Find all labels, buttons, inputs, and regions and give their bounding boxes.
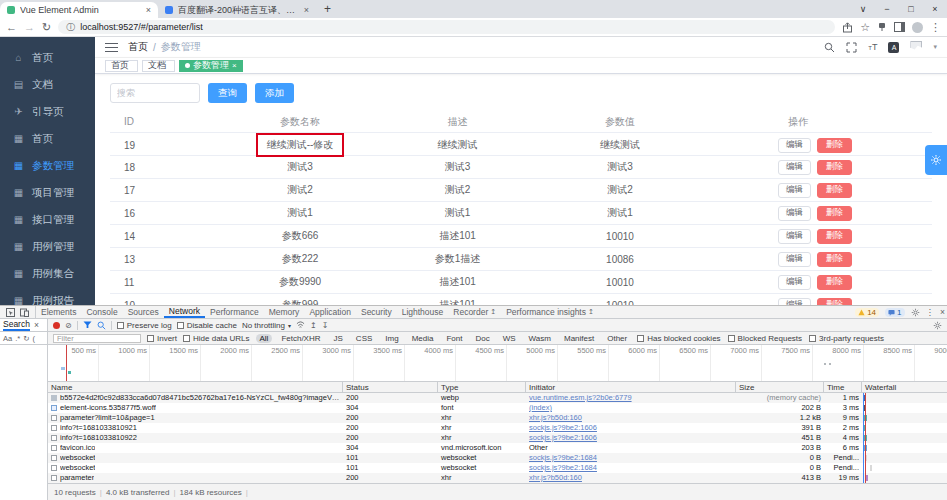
delete-button[interactable]: 删除 bbox=[817, 138, 852, 153]
sidebar-item[interactable]: ▦ 项目管理 bbox=[0, 179, 95, 206]
network-request-row[interactable]: b5572e4d2f0c92d833cca6d07d8471bc526762ba… bbox=[48, 393, 947, 403]
nt-col-type[interactable]: Type bbox=[438, 382, 526, 393]
devtools-tab[interactable]: Console bbox=[81, 306, 122, 318]
network-request-row[interactable]: websocket 101 websocket sockjs.js?9be2:1… bbox=[48, 463, 947, 473]
devtools-tab[interactable]: Performance insights ↥ bbox=[501, 306, 599, 318]
edit-button[interactable]: 编辑 bbox=[778, 229, 811, 244]
avatar-caret-icon[interactable]: ▾ bbox=[933, 43, 937, 51]
search-control-icon[interactable]: ( bbox=[33, 334, 36, 343]
url-field[interactable]: ⓘ localhost:9527/#/parameter/list bbox=[58, 20, 835, 34]
delete-button[interactable]: 删除 bbox=[817, 229, 852, 244]
settings-panel-button[interactable] bbox=[925, 145, 947, 175]
avatar-broken-image[interactable] bbox=[910, 41, 922, 54]
edit-button[interactable]: 编辑 bbox=[778, 160, 811, 175]
devtools-tab[interactable]: Memory bbox=[264, 306, 305, 318]
network-request-row[interactable]: websocket 101 websocket sockjs.js?9be2:1… bbox=[48, 453, 947, 463]
devtools-tab[interactable]: Network bbox=[164, 306, 205, 318]
forward-icon[interactable]: → bbox=[24, 21, 35, 33]
delete-button[interactable]: 删除 bbox=[817, 206, 852, 221]
edit-button[interactable]: 编辑 bbox=[778, 138, 811, 153]
devtools-tab[interactable]: Recorder ↥ bbox=[448, 306, 501, 318]
network-request-row[interactable]: parameter?limit=10&page=1 200 xhr xhr.js… bbox=[48, 413, 947, 423]
messages-badge[interactable]: 1 bbox=[885, 308, 904, 317]
window-dropdown-icon[interactable]: ∨ bbox=[851, 0, 875, 18]
request-type-filter[interactable]: Doc bbox=[471, 334, 493, 343]
devtools-menu-icon[interactable]: ⋮ bbox=[926, 307, 935, 317]
filter-checkbox[interactable]: Blocked Requests bbox=[728, 334, 802, 343]
nt-col-status[interactable]: Status bbox=[343, 382, 438, 393]
delete-button[interactable]: 删除 bbox=[817, 160, 852, 175]
request-initiator[interactable]: sockjs.js?9be2:1606 bbox=[526, 433, 736, 443]
request-initiator[interactable]: sockjs.js?9be2:1684 bbox=[526, 453, 736, 463]
disable-cache-checkbox[interactable]: Disable cache bbox=[177, 321, 237, 330]
nt-col-size[interactable]: Size bbox=[736, 382, 824, 393]
request-initiator[interactable]: Other bbox=[526, 443, 736, 453]
sidebar-item[interactable]: ▦ 首页 bbox=[0, 125, 95, 152]
header-search-icon[interactable] bbox=[824, 42, 835, 53]
import-har-icon[interactable]: ↥ bbox=[310, 321, 317, 330]
invert-checkbox[interactable]: Invert bbox=[147, 334, 177, 343]
sidebar-item[interactable]: ▦ 接口管理 bbox=[0, 206, 95, 233]
request-initiator[interactable]: xhr.js?b50d:160 bbox=[526, 473, 736, 483]
request-type-filter[interactable]: All bbox=[256, 334, 273, 343]
request-initiator[interactable]: xhr.js?b50d:160 bbox=[526, 413, 736, 423]
search-input[interactable] bbox=[110, 83, 200, 103]
export-har-icon[interactable]: ↧ bbox=[322, 321, 329, 330]
request-type-filter[interactable]: WS bbox=[499, 334, 520, 343]
tag-item[interactable]: 文档 bbox=[142, 60, 175, 72]
hide-data-urls-checkbox[interactable]: Hide data URLs bbox=[183, 334, 249, 343]
new-tab-button[interactable]: + bbox=[324, 2, 331, 16]
tab-close-icon[interactable]: × bbox=[304, 5, 309, 15]
record-icon[interactable] bbox=[53, 322, 60, 329]
breadcrumb-home[interactable]: 首页 bbox=[128, 40, 148, 54]
filter-checkbox[interactable]: Has blocked cookies bbox=[637, 334, 720, 343]
edit-button[interactable]: 编辑 bbox=[778, 252, 811, 267]
delete-button[interactable]: 删除 bbox=[817, 275, 852, 290]
request-initiator[interactable]: vue.runtime.esm.js?2b0e:6779 bbox=[526, 393, 736, 403]
devtools-tab[interactable]: Elements bbox=[36, 306, 81, 318]
delete-button[interactable]: 删除 bbox=[817, 183, 852, 198]
window-close-icon[interactable]: × bbox=[923, 0, 947, 18]
tab-close-icon[interactable]: × bbox=[146, 5, 151, 15]
devtools-tab[interactable]: Lighthouse bbox=[397, 306, 449, 318]
filter-funnel-icon[interactable] bbox=[83, 321, 92, 329]
sidebar-item[interactable]: ▦ 用例集合 bbox=[0, 260, 95, 287]
browser-menu-icon[interactable]: ⋮ bbox=[930, 21, 941, 34]
sidebar-item[interactable]: ▤ 文档 bbox=[0, 71, 95, 98]
delete-button[interactable]: 删除 bbox=[817, 298, 852, 306]
window-maximize-icon[interactable]: □ bbox=[899, 0, 923, 18]
device-toolbar-icon[interactable] bbox=[20, 308, 29, 317]
query-button[interactable]: 查询 bbox=[208, 83, 247, 103]
network-filter-input[interactable] bbox=[53, 334, 141, 343]
request-type-filter[interactable]: JS bbox=[330, 334, 347, 343]
throttling-dropdown[interactable]: No throttling▾ bbox=[242, 321, 291, 330]
hamburger-icon[interactable] bbox=[105, 43, 118, 52]
request-type-filter[interactable]: Fetch/XHR bbox=[277, 334, 324, 343]
devtools-tab[interactable]: Security bbox=[356, 306, 397, 318]
devtools-tab[interactable]: Application bbox=[304, 306, 356, 318]
sidebar-item[interactable]: ✈ 引导页 bbox=[0, 98, 95, 125]
devtools-tab[interactable]: Sources bbox=[123, 306, 164, 318]
sidebar-item[interactable]: ▦ 参数管理 bbox=[0, 152, 95, 179]
browser-tab[interactable]: 百度翻译-200种语言互译、沟通... × bbox=[158, 2, 316, 18]
request-type-filter[interactable]: Font bbox=[442, 334, 466, 343]
network-overview-timeline[interactable]: 500 ms1000 ms1500 ms2000 ms2500 ms3000 m… bbox=[48, 345, 947, 382]
network-request-row[interactable]: favicon.ico 304 vnd.microsoft.icon Other… bbox=[48, 443, 947, 453]
clear-icon[interactable]: ⊘ bbox=[65, 321, 72, 330]
bookmark-star-icon[interactable]: ☆ bbox=[860, 21, 870, 34]
search-drawer-tab[interactable]: Search bbox=[3, 319, 30, 331]
request-type-filter[interactable]: Other bbox=[603, 334, 631, 343]
edit-button[interactable]: 编辑 bbox=[778, 206, 811, 221]
request-initiator[interactable]: (index) bbox=[526, 403, 736, 413]
edit-button[interactable]: 编辑 bbox=[778, 298, 811, 306]
add-button[interactable]: 添加 bbox=[255, 83, 294, 103]
site-info-icon[interactable]: ⓘ bbox=[66, 21, 75, 34]
edit-button[interactable]: 编辑 bbox=[778, 275, 811, 290]
devtools-settings-icon[interactable] bbox=[911, 308, 920, 317]
delete-button[interactable]: 删除 bbox=[817, 252, 852, 267]
filter-checkbox[interactable]: 3rd-party requests bbox=[809, 334, 884, 343]
text-size-icon[interactable]: TT bbox=[868, 42, 877, 52]
network-request-row[interactable]: parameter 200 xhr xhr.js?b50d:160 413 B … bbox=[48, 473, 947, 483]
request-initiator[interactable]: sockjs.js?9be2:1606 bbox=[526, 423, 736, 433]
warnings-badge[interactable]: 14 bbox=[855, 308, 879, 317]
